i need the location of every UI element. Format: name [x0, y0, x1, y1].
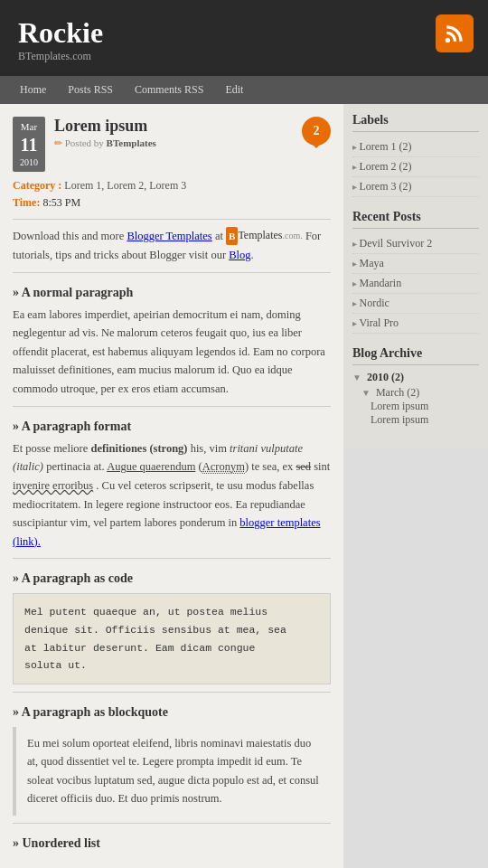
time-label: Time: — [13, 196, 40, 209]
section5-title: » Unordered list — [13, 836, 331, 851]
nav-posts-rss[interactable]: Posts RSS — [57, 76, 124, 104]
page-wrapper: 2 Mar 11 2010 Lorem ipsum ✏ Posted by BT… — [0, 104, 488, 868]
blockquote-block: Eu mei solum oporteat eleifend, libris n… — [13, 727, 331, 816]
site-header: Rockie BTemplates.com — [0, 0, 488, 76]
archive-post[interactable]: Lorem ipsum — [352, 400, 479, 413]
site-title: Rockie — [18, 16, 470, 50]
recent-link[interactable]: Nordic — [360, 297, 389, 309]
section2-title: » A paragraph format — [13, 420, 331, 434]
post-meta: ✏ Posted by BTemplates — [54, 137, 295, 149]
section2-del: sed — [296, 460, 311, 473]
label-link[interactable]: Lorem 1 (2) — [360, 140, 412, 153]
section2-underline: Augue quaerendum — [107, 460, 195, 473]
labels-heading: Labels — [352, 113, 479, 132]
section3-title: » A paragraph as code — [13, 571, 331, 586]
section1-title: » A normal paragraph — [13, 286, 331, 300]
post-date: Mar 11 2010 — [13, 117, 45, 172]
category-label: Category : — [13, 179, 61, 192]
main-content: 2 Mar 11 2010 Lorem ipsum ✏ Posted by BT… — [0, 104, 343, 868]
list-item[interactable]: Mandarin — [352, 274, 479, 294]
sidebar-labels-section: Labels Lorem 1 (2) Lorem 2 (2) Lorem 3 (… — [352, 113, 479, 197]
recent-link[interactable]: Maya — [360, 257, 384, 269]
sidebar-recent-section: Recent Posts Devil Survivor 2 Maya Manda… — [352, 210, 479, 334]
archive-post-link[interactable]: Lorem ipsum — [371, 400, 428, 412]
archive-post-link[interactable]: Lorem ipsum — [371, 413, 428, 426]
pencil-icon: ✏ — [54, 137, 62, 148]
list-item[interactable]: Lorem 1 (2) — [352, 137, 479, 157]
list-item[interactable]: Nordic — [352, 294, 479, 314]
label-link[interactable]: Lorem 2 (2) — [360, 160, 412, 173]
archive-year: ▼ 2010 (2) — [352, 371, 479, 384]
nav-home[interactable]: Home — [9, 76, 57, 104]
time-value: 8:53 PM — [42, 196, 80, 209]
divider — [13, 219, 331, 220]
post-year: 2010 — [20, 156, 38, 168]
nav-comments-rss[interactable]: Comments RSS — [124, 76, 214, 104]
archive-toggle-icon[interactable]: ▼ — [352, 373, 361, 382]
code-block: Mel putent quaeque an, ut postea melius … — [13, 593, 331, 684]
post-title-wrap: Lorem ipsum ✏ Posted by BTemplates — [54, 117, 295, 153]
intro-paragraph: Download this and more Blogger Templates… — [13, 227, 331, 264]
btemplates-brand: BTemplates.com. — [226, 227, 303, 245]
post-author: BTemplates — [107, 137, 156, 148]
list-item[interactable]: Lorem 2 (2) — [352, 157, 479, 177]
sidebar: Labels Lorem 1 (2) Lorem 2 (2) Lorem 3 (… — [343, 104, 488, 448]
archive-month: ▼ March (2) — [352, 386, 479, 400]
divider2 — [13, 272, 331, 273]
post-month: Mar — [21, 121, 37, 132]
recent-link[interactable]: Viral Pro — [360, 316, 399, 329]
archive-heading: Blog Archive — [352, 346, 479, 365]
svg-point-0 — [446, 38, 450, 42]
list-item[interactable]: Viral Pro — [352, 314, 479, 334]
post-category: Category : Lorem 1, Lorem 2, Lorem 3 — [13, 179, 331, 193]
section2-strong: definitiones (strong) — [90, 442, 187, 455]
section2-wavy: invenire erroribus — [13, 479, 93, 492]
rss-icon[interactable] — [436, 14, 474, 52]
section2-text: Et posse meliore definitiones (strong) h… — [13, 439, 331, 552]
divider5 — [13, 692, 331, 693]
sidebar-archive-section: Blog Archive ▼ 2010 (2) ▼ March (2) Lore… — [352, 346, 479, 427]
site-tagline: BTemplates.com — [18, 50, 470, 63]
labels-list: Lorem 1 (2) Lorem 2 (2) Lorem 3 (2) — [352, 137, 479, 197]
divider4 — [13, 558, 331, 559]
bt-text: Templates.com. — [238, 227, 302, 245]
comment-count-badge[interactable]: 2 — [302, 117, 331, 146]
archive-month-toggle-icon[interactable]: ▼ — [361, 388, 371, 398]
category-values: Lorem 1, Lorem 2, Lorem 3 — [64, 179, 186, 192]
list-item[interactable]: Lorem 3 (2) — [352, 177, 479, 197]
divider6 — [13, 823, 331, 824]
section2-abbr: Acronym — [202, 460, 245, 474]
recent-link[interactable]: Mandarin — [360, 277, 402, 289]
section1-text: Ea eam labores imperdiet, apeirian democ… — [13, 306, 331, 399]
list-item[interactable]: Devil Survivor 2 — [352, 234, 479, 254]
bt-logo: B — [226, 227, 238, 245]
section4-title: » A paragraph as blockquote — [13, 705, 331, 720]
post-day: 11 — [20, 133, 38, 156]
recent-heading: Recent Posts — [352, 210, 479, 229]
blogger-templates-link[interactable]: Blogger Templates — [127, 230, 211, 242]
nav-bar: Home Posts RSS Comments RSS Edit — [0, 76, 488, 104]
post-header-row: 2 Mar 11 2010 Lorem ipsum ✏ Posted by BT… — [13, 117, 331, 172]
nav-edit[interactable]: Edit — [214, 76, 254, 104]
post-time: Time: 8:53 PM — [13, 196, 331, 210]
archive-post[interactable]: Lorem ipsum — [352, 413, 479, 427]
blog-link[interactable]: Blog — [229, 249, 250, 261]
list-item[interactable]: Maya — [352, 254, 479, 274]
divider3 — [13, 406, 331, 407]
post-title: Lorem ipsum — [54, 117, 295, 136]
recent-list: Devil Survivor 2 Maya Mandarin Nordic Vi… — [352, 234, 479, 334]
recent-link[interactable]: Devil Survivor 2 — [360, 237, 433, 250]
label-link[interactable]: Lorem 3 (2) — [360, 180, 412, 193]
